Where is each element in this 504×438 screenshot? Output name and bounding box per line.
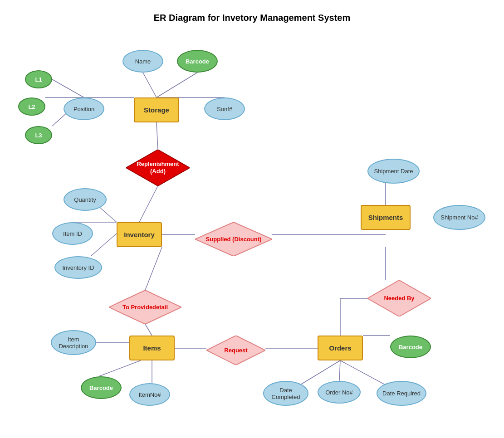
attribute-attr-l1: L1 — [25, 70, 52, 88]
svg-line-15 — [99, 360, 141, 376]
attribute-attr-itemid: Item ID — [52, 222, 93, 245]
svg-line-12 — [145, 247, 162, 290]
attribute-attr-orderno: Order No# — [318, 381, 361, 404]
relationship-rel-replenishment: Replenishment (Add) — [126, 150, 190, 186]
svg-line-1 — [157, 73, 197, 97]
svg-line-7 — [157, 122, 158, 150]
svg-line-11 — [91, 234, 117, 256]
entity-orders[interactable]: Orders — [318, 336, 363, 360]
attribute-attr-shipmentdate: Shipment Date — [367, 159, 420, 184]
attribute-attr-itemno: ItemNo# — [129, 383, 170, 406]
attribute-attr-inventoryid: Inventory ID — [54, 256, 102, 279]
attribute-attr-itemdesc: Item Description — [51, 330, 96, 355]
relationship-rel-supplied: Supplied (Discount) — [195, 222, 272, 256]
attribute-attr-datecompleted: Date Completed — [263, 381, 308, 406]
svg-line-26 — [339, 360, 340, 381]
relationship-rel-toprovide: To Providedetail — [109, 290, 181, 324]
attribute-attr-daterequired: Date Required — [377, 381, 426, 406]
attribute-attr-quantity: Quantity — [64, 188, 107, 211]
attribute-attr-barcode-storage: Barcode — [177, 50, 218, 73]
relationship-rel-request: Request — [206, 336, 265, 365]
attribute-attr-l3: L3 — [25, 126, 52, 144]
svg-line-4 — [52, 79, 84, 97]
attribute-attr-position: Position — [64, 97, 104, 120]
svg-line-0 — [143, 73, 157, 97]
diagram-lines — [0, 0, 504, 438]
attribute-attr-sonf: Sonf# — [204, 97, 245, 120]
entity-storage[interactable]: Storage — [134, 97, 179, 122]
attribute-attr-name: Name — [122, 50, 163, 73]
attribute-attr-l2: L2 — [18, 97, 45, 116]
entity-inventory[interactable]: Inventory — [117, 222, 162, 247]
attribute-attr-barcode-orders: Barcode — [390, 336, 431, 358]
svg-line-8 — [139, 186, 158, 222]
diagram-container: ER Diagram for Invetory Management Syste… — [0, 0, 504, 438]
entity-items[interactable]: Items — [129, 336, 175, 360]
attribute-attr-barcode-items: Barcode — [81, 376, 122, 399]
svg-line-13 — [145, 324, 152, 336]
diagram-title: ER Diagram for Invetory Management Syste… — [154, 13, 350, 23]
relationship-rel-neededby: Needed By — [367, 280, 431, 316]
attribute-attr-shipmentno: Shipment No# — [433, 205, 485, 230]
entity-shipments[interactable]: Shipments — [361, 205, 411, 230]
